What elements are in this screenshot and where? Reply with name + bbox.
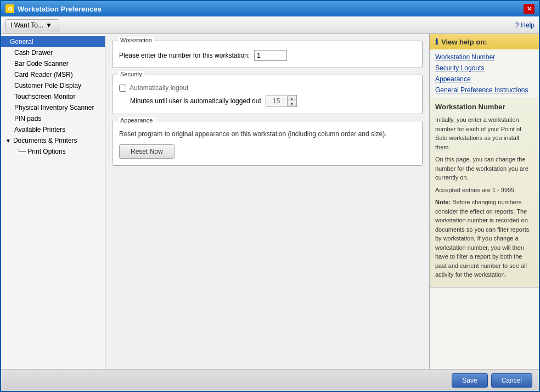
auto-logout-checkbox[interactable] — [119, 85, 126, 92]
sidebar-item-cash-drawer[interactable]: Cash Drawer — [1, 47, 105, 58]
spinner-buttons: ▲ ▼ — [288, 95, 297, 107]
toolbar: I Want To... ▼ ? Help — [1, 16, 539, 34]
cancel-button[interactable]: Cancel — [491, 373, 532, 388]
help-panel: ℹ View help on: Workstation Number Secur… — [429, 34, 539, 369]
center-content: Workstation Please enter the number for … — [105, 34, 429, 369]
iwant-label: I Want To... — [10, 21, 43, 29]
footer: Save Cancel — [1, 369, 539, 391]
help-panel-header: ℹ View help on: — [430, 34, 539, 49]
help-links-section: Workstation Number Security Logouts Appe… — [430, 49, 539, 98]
appearance-content: Reset program to original appearance on … — [119, 130, 415, 159]
help-button[interactable]: ? Help — [515, 21, 535, 29]
workstation-number-label: Please enter the number for this worksta… — [119, 52, 250, 59]
help-paragraph-1: Initially, you enter a workstation numbe… — [435, 115, 533, 152]
reset-now-button[interactable]: Reset Now — [119, 144, 175, 159]
sidebar-item-pin-pads[interactable]: PIN pads — [1, 113, 105, 124]
main-area: General Cash Drawer Bar Code Scanner Car… — [1, 34, 539, 369]
security-group: Security Automatically logout Minutes un… — [112, 75, 423, 114]
workstation-row: Please enter the number for this worksta… — [119, 50, 415, 61]
window-title: Workstation Preferences — [18, 5, 524, 13]
help-circle-icon: ℹ — [435, 37, 438, 46]
save-button[interactable]: Save — [452, 373, 487, 388]
security-content: Automatically logout Minutes until user … — [119, 84, 415, 107]
security-group-title: Security — [118, 71, 144, 77]
main-window: ⚙ Workstation Preferences ✕ I Want To...… — [0, 0, 540, 392]
help-panel-title: View help on: — [441, 38, 487, 46]
sidebar: General Cash Drawer Bar Code Scanner Car… — [1, 34, 105, 369]
chevron-down-icon: ▼ — [46, 21, 52, 29]
help-paragraph-2: On this page, you can change the number … — [435, 155, 533, 182]
help-link-security-logouts[interactable]: Security Logouts — [430, 63, 539, 74]
close-button[interactable]: ✕ — [524, 4, 535, 14]
appearance-group: Appearance Reset program to original app… — [112, 121, 423, 166]
iwant-button[interactable]: I Want To... ▼ — [5, 19, 59, 31]
sidebar-item-physical-inventory-scanner[interactable]: Physical Inventory Scanner — [1, 102, 105, 113]
auto-logout-label: Automatically logout — [130, 84, 188, 92]
minutes-row: Minutes until user is automatically logg… — [130, 95, 415, 107]
sidebar-item-touchscreen-monitor[interactable]: Touchscreen Monitor — [1, 91, 105, 102]
sidebar-item-customer-pole-display[interactable]: Customer Pole Display — [1, 80, 105, 91]
help-label: Help — [521, 21, 535, 29]
auto-logout-row: Automatically logout — [119, 84, 415, 92]
sidebar-item-bar-code-scanner[interactable]: Bar Code Scanner — [1, 58, 105, 69]
help-link-general-preference-instructions[interactable]: General Preference Instructions — [430, 85, 539, 96]
help-note-bold: Note: — [435, 199, 451, 205]
appearance-description: Reset program to original appearance on … — [119, 130, 415, 138]
sidebar-item-general[interactable]: General — [1, 36, 105, 47]
sidebar-item-print-options[interactable]: └─ Print Options — [1, 146, 105, 157]
appearance-group-title: Appearance — [118, 117, 155, 124]
minutes-label: Minutes until user is automatically logg… — [130, 97, 261, 105]
sidebar-item-card-reader[interactable]: Card Reader (MSR) — [1, 69, 105, 80]
help-icon: ? — [515, 21, 519, 29]
help-paragraph-4: Note: Before changing numbers consider t… — [435, 198, 533, 279]
tree-connector-icon: └─ — [16, 148, 27, 155]
sidebar-group-documents-printers[interactable]: ▼ Documents & Printers — [1, 135, 105, 146]
help-paragraph-3: Accepted entries are 1 - 9999. — [435, 186, 533, 195]
spinner-up-button[interactable]: ▲ — [288, 96, 296, 101]
help-note-text: Before changing numbers consider the eff… — [435, 199, 529, 278]
workstation-content: Please enter the number for this worksta… — [119, 50, 415, 61]
title-bar: ⚙ Workstation Preferences ✕ — [1, 1, 539, 16]
spinner-down-button[interactable]: ▼ — [288, 101, 296, 107]
help-link-workstation-number[interactable]: Workstation Number — [430, 52, 539, 63]
minutes-input[interactable] — [266, 96, 288, 107]
workstation-group: Workstation Please enter the number for … — [112, 41, 423, 68]
help-link-appearance[interactable]: Appearance — [430, 74, 539, 85]
expand-icon: ▼ — [5, 138, 11, 144]
minutes-spinner: ▲ ▼ — [266, 95, 297, 107]
workstation-number-input[interactable] — [254, 50, 287, 61]
workstation-group-title: Workstation — [118, 37, 154, 43]
sidebar-item-available-printers[interactable]: Available Printers — [1, 124, 105, 135]
help-content-title: Workstation Number — [435, 103, 533, 111]
help-content-section: Workstation Number Initially, you enter … — [430, 98, 539, 288]
window-icon: ⚙ — [5, 4, 14, 13]
